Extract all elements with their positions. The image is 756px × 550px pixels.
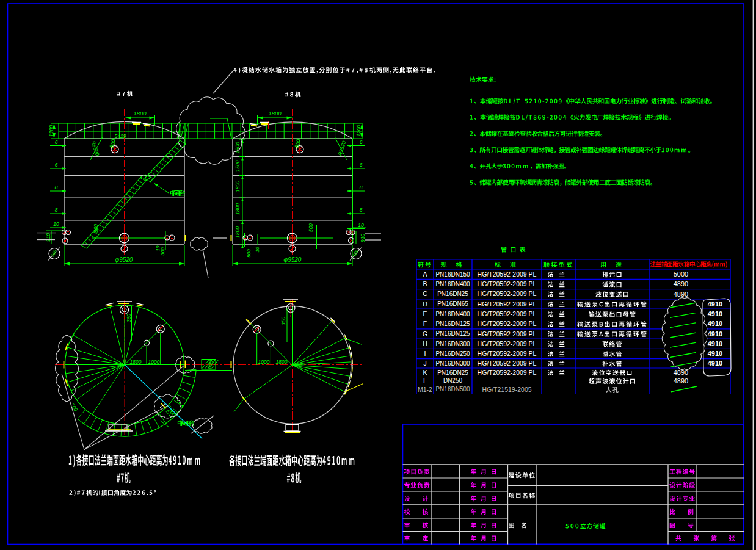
svg-text:1800: 1800 (234, 181, 241, 192)
svg-text:6: 6 (360, 139, 363, 145)
svg-text:10: 10 (358, 222, 364, 228)
svg-text:PN16DN125: PN16DN125 (435, 330, 470, 337)
svg-text:4910: 4910 (708, 360, 722, 367)
svg-text:6: 6 (360, 162, 363, 168)
svg-text:8: 8 (55, 184, 58, 190)
svg-text:DN250: DN250 (443, 377, 463, 384)
svg-text:500: 500 (308, 223, 314, 232)
svg-text:J: J (423, 360, 426, 367)
svg-text:HG/T20592-2009 PL: HG/T20592-2009 PL (478, 330, 537, 338)
svg-text:PN16DN125: PN16DN125 (435, 320, 470, 327)
svg-text:PN16DN400: PN16DN400 (435, 311, 470, 317)
svg-text:HG/T20592-2009 PL: HG/T20592-2009 PL (478, 280, 537, 288)
svg-text:350: 350 (280, 317, 286, 325)
svg-text:φ9520: φ9520 (284, 256, 302, 263)
svg-text:1000: 1000 (148, 359, 160, 365)
svg-text:HG/T20592-2009 PL: HG/T20592-2009 PL (478, 360, 537, 367)
svg-text:1200: 1200 (355, 125, 362, 136)
svg-text:1500: 1500 (234, 160, 241, 172)
svg-text:4910: 4910 (708, 310, 722, 317)
svg-text:HG/T20592-2009 PL: HG/T20592-2009 PL (478, 290, 537, 297)
svg-text:5429: 5429 (115, 133, 126, 139)
svg-text:4890: 4890 (674, 377, 688, 385)
svg-text:1800: 1800 (133, 110, 147, 117)
svg-text:500: 500 (246, 249, 252, 258)
svg-text:HG/T20592-2009 PL: HG/T20592-2009 PL (478, 270, 537, 278)
svg-text:1800: 1800 (234, 203, 241, 215)
svg-text:4910: 4910 (708, 340, 722, 347)
svg-text:I: I (424, 350, 426, 357)
svg-text:910: 910 (45, 233, 51, 242)
svg-text:PN16DN65: PN16DN65 (437, 300, 468, 307)
svg-text:PN16DN150: PN16DN150 (435, 271, 470, 278)
svg-text:F: F (423, 320, 427, 327)
svg-text:HG/T20592-2009 PL: HG/T20592-2009 PL (478, 369, 537, 376)
svg-text:1800: 1800 (234, 226, 241, 238)
svg-text:HG/T20592-2009 PL: HG/T20592-2009 PL (478, 300, 537, 308)
svg-text:5000: 5000 (674, 270, 688, 278)
svg-text:4890: 4890 (674, 291, 688, 298)
svg-text:H: H (423, 340, 427, 347)
svg-text:HG/T20592-2009 PL: HG/T20592-2009 PL (478, 340, 537, 347)
svg-text:M1-2: M1-2 (418, 386, 432, 393)
svg-text:G: G (423, 330, 427, 338)
svg-text:8: 8 (55, 207, 58, 213)
svg-text:4910: 4910 (708, 350, 722, 357)
svg-text:HG/T20592-2009 PL: HG/T20592-2009 PL (478, 350, 537, 357)
svg-text:D: D (423, 300, 427, 308)
svg-text:PN16DN500: PN16DN500 (435, 386, 470, 393)
svg-text:1800: 1800 (268, 110, 282, 117)
svg-text:10: 10 (53, 221, 59, 227)
svg-text:PN16DN400: PN16DN400 (435, 281, 470, 288)
svg-text:HG/T20592-2009 PL: HG/T20592-2009 PL (478, 320, 537, 327)
svg-text:910: 910 (360, 234, 366, 242)
svg-text:K: K (423, 369, 427, 376)
svg-text:B: B (423, 280, 427, 288)
svg-text:6: 6 (55, 162, 58, 168)
svg-text:PN16DN300: PN16DN300 (435, 341, 470, 347)
svg-text:4890: 4890 (674, 280, 688, 288)
svg-text:4910: 4910 (708, 320, 722, 327)
svg-text:PN16DN25: PN16DN25 (437, 291, 468, 297)
svg-text:10: 10 (255, 247, 260, 252)
svg-text:8: 8 (360, 184, 363, 190)
svg-text:HG/T20592-2009 PL: HG/T20592-2009 PL (478, 310, 537, 317)
svg-text:HG/T21519-2005: HG/T21519-2005 (482, 386, 531, 393)
svg-text:500: 500 (160, 247, 165, 256)
svg-text:360: 360 (126, 314, 132, 322)
svg-text:6: 6 (55, 139, 58, 145)
svg-text:E: E (423, 310, 427, 317)
svg-text:8: 8 (360, 207, 363, 213)
svg-text:1000: 1000 (258, 359, 270, 365)
svg-text:C: C (423, 290, 427, 297)
svg-text:1800: 1800 (276, 359, 288, 365)
svg-text:φ9520: φ9520 (115, 256, 133, 263)
svg-text:PN16DN250: PN16DN250 (435, 350, 470, 357)
svg-text:4910: 4910 (708, 300, 722, 308)
svg-text:4910: 4910 (708, 330, 722, 338)
svg-text:L: L (423, 377, 427, 385)
svg-text:A: A (423, 270, 427, 278)
svg-text:PN16DN25: PN16DN25 (437, 369, 468, 376)
svg-text:1200: 1200 (48, 125, 54, 137)
svg-text:1800: 1800 (130, 359, 142, 365)
svg-text:PN16DN300: PN16DN300 (435, 360, 470, 367)
